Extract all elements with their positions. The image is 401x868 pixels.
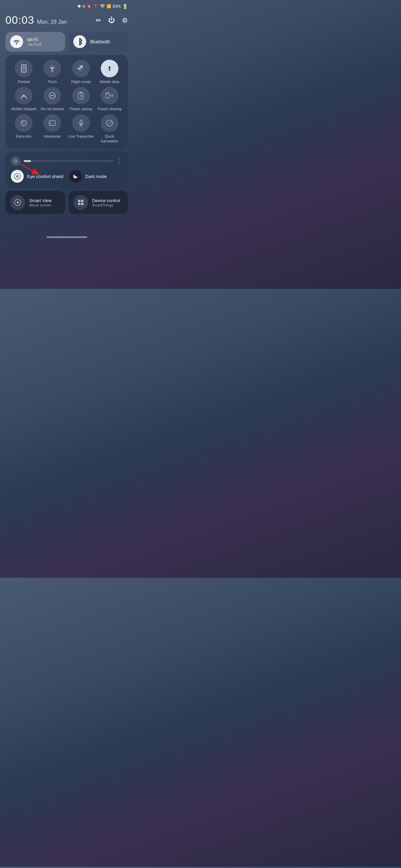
comfort-row: A Eye comfort shield Dark mode [11,170,122,183]
flight-icon [72,60,90,77]
device-control-icon [73,195,88,210]
grid-item-torch[interactable]: Torch [39,60,66,84]
svg-rect-28 [78,203,80,205]
wifi-status-icon [100,3,105,9]
device-control-info: Device control SmartThings [92,198,120,207]
edit-button[interactable]: ✏ [96,16,101,24]
svg-marker-25 [17,201,19,204]
grid-item-live-transcribe[interactable]: Live Transcribe [68,114,95,144]
brightness-slider[interactable] [24,160,113,162]
wifi-sublabel: Jab7528 [27,42,41,46]
svg-rect-10 [107,93,109,93]
wifi-label: Wi-Fi [27,37,41,42]
eye-comfort-icon: A [11,170,24,183]
power-sharing-label: Power sharing [98,106,121,111]
power-sharing-icon [101,87,118,104]
quick-toggles-row: Wi-Fi Jab7528 Bluetooth [0,32,133,55]
time-date: 00:03 Mon, 29 Jan [5,14,67,26]
bluetooth-toggle-info: Bluetooth [90,39,110,44]
portrait-label: Portrait [18,79,30,84]
smart-view-sublabel: Mirror screen [29,203,52,207]
wifi-toggle-icon [10,35,23,48]
battery-icon: 🔋 [122,4,128,9]
brightness-row: ⋮ [11,156,122,166]
quick-grid-container: Portrait Torch [5,55,128,148]
grid-item-quick-translation[interactable]: A あ Quick translation [96,114,123,144]
mobile-data-icon [101,60,118,77]
dark-mode-label: Dark mode [85,174,107,179]
grid-item-flight[interactable]: Flight mode [68,60,95,84]
portrait-icon [15,60,33,77]
bluetooth-status-icon: ✱ [77,4,81,9]
header-actions: ✏ ⏻ ⚙ [96,16,128,24]
interpreter-icon: A→ [43,114,61,132]
mute-status-icon: 🔇 [87,4,92,9]
eye-comfort-item[interactable]: A Eye comfort shield [11,170,64,183]
grid-item-dnd[interactable]: Do not disturb [39,87,66,111]
header-row: 00:03 Mon, 29 Jan ✏ ⏻ ⚙ [0,11,133,32]
smart-view-tile[interactable]: Smart View Mirror screen [5,191,65,214]
torch-label: Torch [48,79,57,84]
device-control-sublabel: SmartThings [92,203,120,207]
bluetooth-toggle-icon [73,35,86,48]
settings-button[interactable]: ⚙ [122,16,128,24]
smart-view-label: Smart View [29,198,52,203]
home-bar [46,236,87,238]
grid-item-extra-dim[interactable]: Extra dim [10,114,37,144]
device-control-tile[interactable]: Device control SmartThings [69,191,128,214]
svg-text:A→: A→ [50,122,55,125]
quick-translation-icon: A あ [101,114,118,132]
svg-rect-29 [81,203,83,205]
hotspot-label: Mobile Hotspot [11,106,36,111]
status-bar: ✱ N 🔇 📍 📶 63% 🔋 [0,0,133,11]
home-indicator [0,231,133,241]
grid-item-power-saving[interactable]: Power saving [68,87,95,111]
power-saving-label: Power saving [70,106,92,111]
dark-mode-item[interactable]: Dark mode [69,170,123,183]
hotspot-icon [15,87,33,104]
brightness-container: ⋮ A Eye comfort shield Dark mode [5,152,128,188]
bluetooth-label: Bluetooth [90,39,110,44]
wifi-toggle-info: Wi-Fi Jab7528 [27,37,41,46]
interpreter-label: Interpreter [44,134,61,139]
brightness-menu-icon[interactable]: ⋮ [116,157,122,165]
svg-point-12 [23,124,24,124]
status-icons: ✱ N 🔇 📍 📶 63% 🔋 [77,3,128,9]
live-transcribe-label: Live Transcribe [68,134,94,139]
grid-item-power-sharing[interactable]: Power sharing [96,87,123,111]
device-control-label: Device control [92,198,120,203]
svg-text:A: A [16,174,19,178]
clock-time: 00:03 [5,14,34,26]
quick-translation-label: Quick translation [96,134,123,144]
power-saving-icon [72,87,90,104]
svg-point-0 [102,7,103,8]
grid-item-mobile-data[interactable]: Mobile data [96,60,123,84]
live-transcribe-icon [72,114,90,132]
svg-rect-9 [106,93,109,98]
mobile-data-label: Mobile data [100,79,119,84]
dnd-label: Do not disturb [41,106,64,111]
extra-dim-icon [15,114,33,132]
dnd-icon [43,87,61,104]
extra-dim-label: Extra dim [16,134,32,139]
torch-icon [43,60,61,77]
grid-item-portrait[interactable]: Portrait [10,60,37,84]
eye-comfort-label: Eye comfort shield [27,174,63,179]
flight-label: Flight mode [71,79,91,84]
clock-date: Mon, 29 Jan [37,19,67,25]
power-button[interactable]: ⏻ [108,16,115,24]
grid-item-interpreter[interactable]: A→ Interpreter [39,114,66,144]
brightness-low-icon [11,156,20,166]
svg-rect-4 [23,71,24,71]
bluetooth-toggle[interactable]: Bluetooth [69,32,128,52]
wifi-toggle[interactable]: Wi-Fi Jab7528 [5,32,65,52]
svg-point-21 [15,160,17,162]
svg-rect-27 [81,200,83,202]
battery-percentage: 63% [113,4,121,9]
svg-rect-3 [22,66,25,70]
grid-item-hotspot[interactable]: Mobile Hotspot [10,87,37,111]
svg-rect-8 [79,92,82,93]
dark-mode-icon [69,170,82,183]
signal-status-icon: 📶 [107,4,111,8]
bottom-tiles-row: Smart View Mirror screen Device control … [0,191,133,217]
